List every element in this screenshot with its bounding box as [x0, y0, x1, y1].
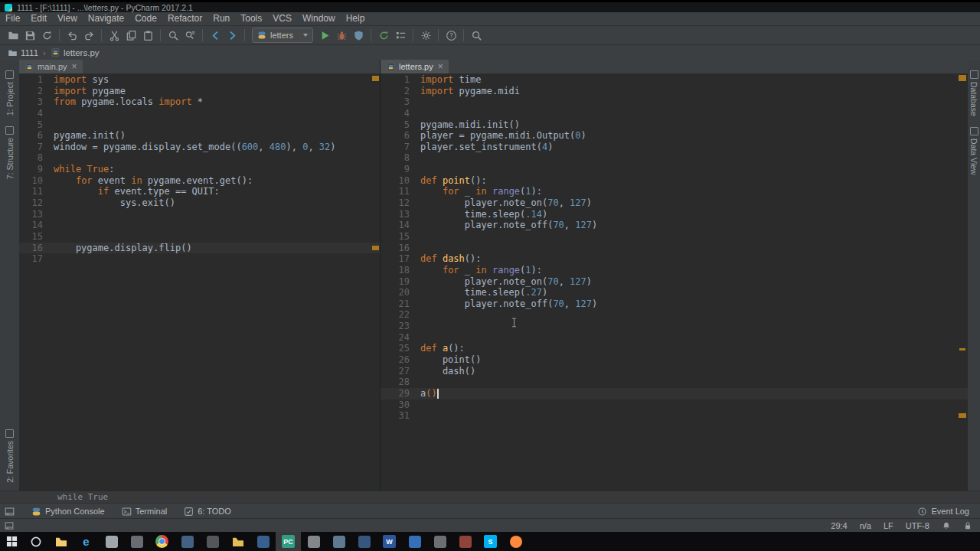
menu-file[interactable]: File [0, 12, 25, 25]
code-line[interactable]: 12 player.note_on(70, 127) [381, 197, 968, 209]
notifications-bell-icon[interactable] [942, 521, 951, 530]
status-panel-icon[interactable] [5, 521, 14, 530]
code-line[interactable]: 6pygame.init() [19, 130, 380, 142]
menu-run[interactable]: Run [207, 12, 235, 25]
line-number[interactable]: 24 [381, 332, 420, 344]
line-number[interactable]: 1 [19, 74, 54, 86]
git-branch[interactable]: n/a [860, 521, 871, 530]
line-number[interactable]: 10 [19, 175, 54, 187]
taskbar-button-app-9[interactable] [427, 532, 452, 551]
replace-button[interactable] [181, 28, 198, 43]
caret-position[interactable]: 29:4 [831, 521, 847, 530]
search-everywhere-button[interactable] [468, 28, 485, 43]
line-number[interactable]: 4 [19, 108, 54, 119]
line-number[interactable]: 7 [19, 142, 54, 153]
line-number[interactable]: 20 [381, 287, 420, 298]
line-number[interactable]: 17 [381, 253, 420, 265]
sync-button[interactable] [38, 28, 55, 43]
line-number[interactable]: 8 [381, 152, 420, 164]
line-number[interactable]: 2 [381, 86, 420, 97]
code-line[interactable]: 14 player.note_off(70, 127) [381, 220, 968, 231]
menu-edit[interactable]: Edit [25, 12, 52, 25]
help-button[interactable]: ? [443, 28, 459, 43]
code-line[interactable]: 8 [381, 152, 968, 164]
code-line[interactable]: 6player = pygame.midi.Output(0) [381, 130, 968, 142]
line-number[interactable]: 11 [19, 186, 54, 197]
debug-button[interactable] [333, 28, 350, 43]
tab-letters-py[interactable]: letters.py × [381, 60, 449, 73]
line-number[interactable]: 3 [19, 96, 54, 108]
code-line[interactable]: 11 if event.type == QUIT: [19, 186, 380, 197]
line-separator[interactable]: LF [884, 521, 893, 530]
code-line[interactable]: 16 pygame.display.flip() [19, 243, 380, 254]
line-number[interactable]: 16 [19, 243, 54, 254]
tool-button-database[interactable]: Database [969, 70, 978, 116]
line-number[interactable]: 12 [19, 197, 54, 209]
save-all-button[interactable] [21, 28, 38, 43]
code-line[interactable]: 30 [381, 399, 968, 411]
readonly-lock-icon[interactable] [963, 521, 972, 530]
tool-button-data-view[interactable]: Data View [969, 127, 978, 175]
line-number[interactable]: 18 [381, 265, 420, 276]
coverage-button[interactable] [350, 28, 367, 43]
cut-button[interactable] [106, 28, 122, 43]
line-number[interactable]: 19 [381, 276, 420, 288]
code-line[interactable]: 24 [381, 332, 968, 344]
taskbar-button-app-3[interactable] [200, 532, 225, 551]
line-number[interactable]: 26 [381, 354, 420, 366]
code-line[interactable]: 5pygame.midi.init() [381, 119, 968, 131]
code-line[interactable]: 17def dash(): [381, 253, 968, 265]
menu-code[interactable]: Code [129, 12, 162, 25]
taskbar-button-folder-2[interactable] [225, 532, 250, 551]
line-number[interactable]: 15 [381, 231, 420, 243]
taskbar-button-app-6[interactable] [326, 532, 351, 551]
code-line[interactable]: 1import time [381, 74, 968, 86]
line-number[interactable]: 28 [381, 377, 420, 388]
code-line[interactable]: 18 for _ in range(1): [381, 265, 968, 276]
toolwindow-button-6-todo[interactable]: 6: TODO [184, 507, 231, 517]
tool-button--project[interactable]: 1: Project [5, 70, 15, 116]
menu-window[interactable]: Window [297, 12, 341, 25]
code-line[interactable]: 7window = pygame.display.set_mode((600, … [19, 142, 380, 153]
code-line[interactable]: 3 [381, 96, 968, 108]
code-line[interactable]: 16 [381, 243, 968, 254]
code-line[interactable]: 19 player.note_on(70, 127) [381, 276, 968, 288]
taskbar-button-edge[interactable]: e [74, 532, 99, 551]
taskbar-button-firefox[interactable] [503, 532, 528, 551]
code-line[interactable]: 9while True: [19, 164, 380, 175]
paste-button[interactable] [139, 28, 156, 43]
toolwindow-button-event-log[interactable]: Event Log [917, 507, 969, 517]
copy-button[interactable] [122, 28, 139, 43]
breadcrumb-item-1111[interactable]: 1111 [8, 47, 38, 57]
line-number[interactable]: 14 [381, 220, 420, 231]
code-line[interactable]: 13 [19, 209, 380, 220]
line-number[interactable]: 6 [19, 130, 54, 142]
code-line[interactable]: 7player.set_instrument(4) [381, 142, 968, 153]
code-line[interactable]: 5 [19, 119, 380, 131]
line-number[interactable]: 16 [381, 243, 420, 254]
taskbar-button-chrome[interactable] [149, 532, 175, 551]
line-number[interactable]: 5 [381, 119, 420, 131]
taskbar-button-app-7[interactable] [351, 532, 377, 551]
taskbar-button-file-explorer[interactable] [48, 532, 74, 551]
run-button[interactable] [316, 28, 333, 43]
line-number[interactable]: 13 [19, 209, 54, 220]
close-tab-icon[interactable]: × [72, 61, 77, 72]
open-folder-button[interactable] [5, 28, 21, 43]
code-line[interactable]: 2import pygame.midi [381, 86, 968, 97]
code-line[interactable]: 11 for _ in range(1): [381, 186, 968, 197]
line-number[interactable]: 15 [19, 231, 54, 243]
line-number[interactable]: 7 [381, 142, 420, 153]
line-number[interactable]: 3 [381, 96, 420, 108]
rerun-button[interactable] [375, 28, 392, 43]
tool-button--favorites[interactable]: 2: Favorites [5, 429, 15, 483]
line-number[interactable]: 29 [381, 388, 420, 399]
menu-navigate[interactable]: Navigate [83, 12, 129, 25]
close-tab-icon[interactable]: × [438, 61, 443, 72]
settings-button[interactable] [417, 28, 434, 43]
menu-tools[interactable]: Tools [235, 12, 267, 25]
line-number[interactable]: 6 [381, 130, 420, 142]
code-line[interactable]: 12 sys.exit() [19, 197, 380, 209]
taskbar-button-skype[interactable]: S [478, 532, 503, 551]
taskbar-button-app-10[interactable] [452, 532, 478, 551]
